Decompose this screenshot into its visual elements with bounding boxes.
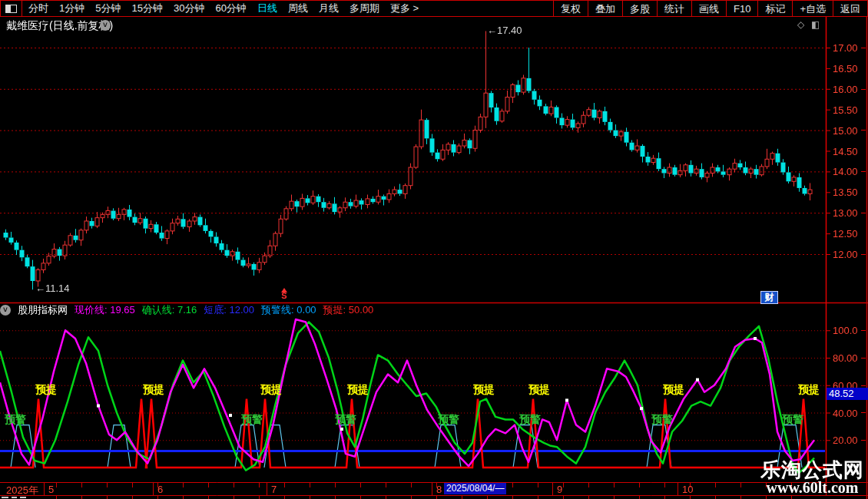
- action-item-4[interactable]: 统计: [657, 1, 691, 17]
- split-view-icon[interactable]: ◧: [811, 19, 820, 30]
- period-item-4[interactable]: 15分钟: [131, 2, 162, 15]
- indicator-field: 现价线: 19.65: [75, 303, 135, 317]
- price-axis-label: 13.00: [833, 207, 858, 219]
- price-axis-label: 15.00: [833, 125, 858, 137]
- stock-title: 戴维医疗(日线.前复权): [6, 19, 113, 33]
- indicator-values: 现价线: 19.65确认线: 7.16短底: 12.00预警线: 0.00预提:…: [75, 303, 373, 317]
- indicator-field: 短底: 12.00: [204, 303, 254, 317]
- low-annotation: ←11.14: [35, 283, 70, 294]
- cai-button[interactable]: 财: [760, 291, 778, 304]
- collapse-chevron-icon[interactable]: ˅: [0, 305, 11, 316]
- layout-split-icon[interactable]: [0, 1, 22, 16]
- yujing-label: 预警: [241, 413, 263, 427]
- price-axis-label: 12.50: [833, 228, 858, 240]
- action-item-6[interactable]: F10: [726, 1, 757, 17]
- indicator-current-value-badge: 48.52: [827, 388, 868, 400]
- high-annotation: ←17.40: [487, 25, 522, 36]
- action-menu: 复权叠加多股统计画线F10标记+自选返回: [553, 0, 868, 17]
- toolbar: 分时1分钟5分钟15分钟30分钟60分钟日线周线月线多周期更多 > 复权叠加多股…: [0, 0, 868, 17]
- price-axis-label: 16.50: [833, 63, 858, 74]
- indicator-field: 确认线: 7.16: [142, 303, 197, 317]
- yujing-label: 预警: [335, 413, 356, 427]
- period-item-8[interactable]: 周线: [288, 2, 308, 15]
- timeline-month: 6: [157, 484, 163, 495]
- indicator-axis-label: 20.00: [833, 435, 858, 446]
- action-item-1[interactable]: 复权: [553, 1, 588, 17]
- indicator-header: ˅ 股朋指标网 现价线: 19.65确认线: 7.16短底: 12.00预警线:…: [0, 304, 373, 316]
- period-item-2[interactable]: 1分钟: [59, 2, 84, 15]
- yuti-label: 预提: [347, 383, 369, 397]
- action-item-2[interactable]: 叠加: [588, 1, 622, 17]
- sell-signal-marker: S: [279, 288, 290, 299]
- yuti-label: 预提: [260, 383, 282, 397]
- period-item-10[interactable]: 多周期: [350, 2, 379, 15]
- watermark-url: www.60lt.com: [757, 480, 868, 496]
- yujing-label: 预警: [782, 413, 803, 427]
- indicator-field: 预警线: 0.00: [261, 303, 316, 317]
- chart-canvas[interactable]: [0, 0, 868, 499]
- yujing-label: 预警: [651, 413, 673, 427]
- yuti-label: 预提: [35, 383, 57, 397]
- watermark: 乐淘公式网 www.60lt.com: [757, 460, 868, 496]
- action-item-7[interactable]: 标记: [757, 1, 792, 17]
- yujing-label: 预警: [519, 413, 541, 427]
- trading-app-window: 分时1分钟5分钟15分钟30分钟60分钟日线周线月线多周期更多 > 复权叠加多股…: [0, 0, 868, 499]
- yujing-label: 预警: [438, 413, 459, 427]
- indicator-axis-label: 40.00: [833, 408, 858, 419]
- yujing-label: 预警: [5, 413, 26, 427]
- period-item-3[interactable]: 5分钟: [95, 2, 121, 15]
- action-item-5[interactable]: 画线: [691, 1, 726, 17]
- timeline-month: 7: [271, 484, 277, 495]
- price-axis-label: 14.00: [833, 166, 858, 177]
- indicator-axis-label: 100.0: [833, 325, 858, 336]
- action-item-3[interactable]: 多股: [622, 1, 657, 17]
- timeline-month: 5: [48, 484, 54, 495]
- yuti-label: 预提: [663, 383, 684, 397]
- price-axis-label: 14.50: [833, 146, 858, 157]
- period-item-1[interactable]: 分时: [28, 2, 48, 15]
- price-axis-label: 12.00: [833, 249, 858, 260]
- price-axis-label: 15.50: [833, 104, 858, 116]
- period-item-7[interactable]: 日线: [257, 2, 277, 15]
- watermark-site-name: 乐淘公式网: [757, 460, 868, 480]
- period-menu: 分时1分钟5分钟15分钟30分钟60分钟日线周线月线多周期更多 >: [28, 2, 419, 15]
- period-item-6[interactable]: 60分钟: [215, 2, 246, 15]
- indicator-axis-label: 80.00: [833, 352, 858, 364]
- timeline-year: 2025年: [6, 484, 38, 497]
- indicator-field: 预提: 50.00: [323, 303, 374, 317]
- diamond-icon[interactable]: ◇: [797, 19, 804, 30]
- yuti-label: 预提: [143, 383, 164, 397]
- action-item-9[interactable]: 返回: [833, 1, 868, 17]
- timeline-date-badge: 2025/08/04/—: [444, 483, 506, 494]
- timeline-month: 9: [557, 484, 562, 495]
- period-item-9[interactable]: 月线: [319, 2, 339, 15]
- yuti-label: 预提: [528, 383, 550, 397]
- price-axis-label: 16.00: [833, 84, 858, 95]
- period-item-5[interactable]: 30分钟: [174, 2, 204, 15]
- indicator-name: 股朋指标网: [18, 303, 68, 317]
- price-axis-label: 13.50: [833, 187, 858, 198]
- yuti-label: 预提: [798, 383, 820, 397]
- action-item-8[interactable]: +自选: [792, 1, 833, 17]
- timeline-month: 10: [682, 484, 693, 495]
- timeline-month: 8: [436, 484, 442, 495]
- price-axis-label: 17.00: [833, 42, 858, 54]
- yuti-label: 预提: [473, 383, 495, 397]
- chevron-down-icon[interactable]: ˅: [100, 20, 111, 31]
- period-item-11[interactable]: 更多 >: [390, 2, 419, 15]
